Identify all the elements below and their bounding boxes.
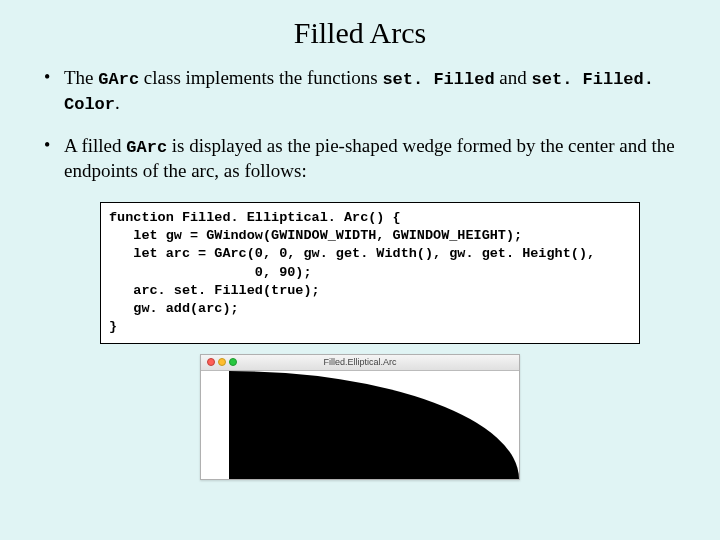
bullet-list: The GArc class implements the functions … <box>40 66 680 184</box>
window-titlebar: Filled.Elliptical.Arc <box>201 355 519 371</box>
text: class implements the functions <box>139 67 382 88</box>
slide: Filled Arcs The GArc class implements th… <box>0 0 720 500</box>
bullet-2: A filled GArc is displayed as the pie-sh… <box>40 134 680 184</box>
code-block: function Filled. Elliptical. Arc() { let… <box>100 202 640 344</box>
text: A filled <box>64 135 126 156</box>
code-inline: GArc <box>98 70 139 89</box>
text: . <box>115 92 120 113</box>
window-title: Filled.Elliptical.Arc <box>201 357 519 367</box>
bullet-1: The GArc class implements the functions … <box>40 66 680 116</box>
slide-title: Filled Arcs <box>40 16 680 50</box>
window-canvas <box>201 371 519 479</box>
output-window: Filled.Elliptical.Arc <box>200 354 520 480</box>
text: The <box>64 67 98 88</box>
code-inline: set. Filled <box>382 70 494 89</box>
text: and <box>495 67 532 88</box>
code-inline: GArc <box>126 138 167 157</box>
filled-arc-shape <box>229 371 519 479</box>
